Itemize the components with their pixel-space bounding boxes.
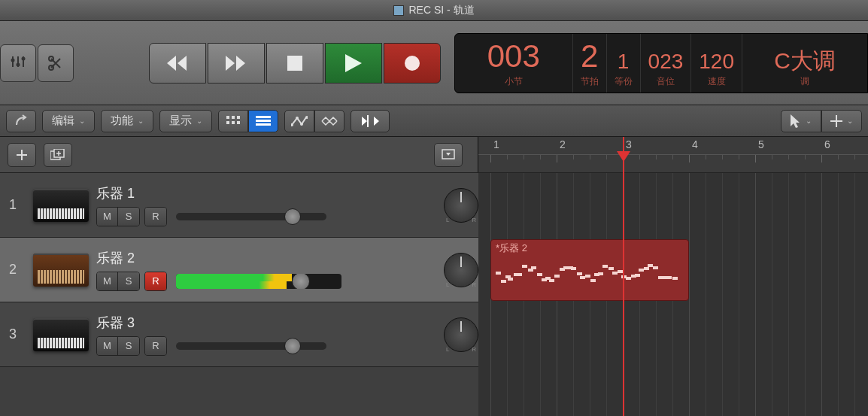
tracks-header-left — [0, 137, 478, 172]
edit-menu[interactable]: 编辑⌄ — [42, 110, 95, 132]
ruler-bar-number: 4 — [692, 138, 698, 150]
record-enable-button[interactable]: R — [145, 337, 166, 355]
svg-point-18 — [300, 123, 303, 126]
automation-button[interactable] — [284, 110, 314, 132]
catch-playhead-button[interactable] — [351, 110, 390, 132]
svg-rect-12 — [237, 121, 240, 124]
lcd-tempo[interactable]: 120 速度 — [691, 34, 742, 93]
lcd-tick-value: 023 — [648, 51, 684, 72]
instrument-icon[interactable] — [30, 183, 92, 228]
flex-button[interactable] — [314, 110, 344, 132]
transport-bar: 003 小节 2 节拍 1 等份 023 音位 120 速度 C大调 调 — [0, 21, 868, 105]
level-meter — [176, 274, 341, 289]
scissors-button[interactable] — [38, 44, 74, 82]
pan-knob[interactable]: LR — [444, 188, 478, 223]
crosshair-icon — [830, 115, 842, 127]
svg-rect-15 — [256, 123, 271, 126]
svg-rect-11 — [232, 121, 235, 124]
lcd-beat[interactable]: 2 节拍 — [573, 34, 607, 93]
pan-knob[interactable]: LR — [444, 253, 478, 287]
lcd-display: 003 小节 2 节拍 1 等份 023 音位 120 速度 C大调 调 — [454, 33, 868, 93]
lcd-bar[interactable]: 003 小节 — [455, 34, 573, 93]
svg-rect-8 — [232, 116, 235, 119]
msr-buttons: M S — [96, 272, 140, 291]
window-title: REC SI - 轨道 — [408, 4, 474, 17]
pointer-icon — [791, 114, 801, 128]
record-icon — [403, 54, 421, 72]
mute-button[interactable]: M — [97, 337, 118, 355]
secondary-tool-button[interactable]: ⌄ — [821, 110, 862, 132]
solo-button[interactable]: S — [118, 272, 139, 290]
lcd-tempo-value: 120 — [699, 51, 734, 72]
track-name-label[interactable]: 乐器 2 — [96, 249, 426, 267]
duplicate-icon — [50, 149, 65, 161]
chevron-down-icon: ⌄ — [847, 117, 853, 125]
record-enable-button[interactable]: R — [145, 208, 166, 226]
list-view-button[interactable] — [248, 110, 278, 132]
view-menu[interactable]: 显示⌄ — [159, 110, 212, 132]
tracks-area: 1 乐器 1 M S R LR 2 乐器 2 M S — [0, 173, 868, 416]
timeline-ruler[interactable]: 123456 — [478, 137, 868, 172]
dropdown-panel-icon — [442, 149, 455, 161]
svg-rect-9 — [237, 116, 240, 119]
lcd-tick-label: 音位 — [657, 75, 675, 88]
volume-thumb[interactable] — [284, 338, 301, 354]
tool-group-left — [0, 44, 74, 82]
volume-slider[interactable] — [176, 213, 326, 220]
playhead[interactable] — [623, 137, 624, 416]
pan-knob[interactable]: LR — [444, 317, 478, 352]
mixer-icon-button[interactable] — [0, 44, 36, 82]
chevron-down-icon: ⌄ — [806, 117, 812, 125]
stop-button[interactable] — [266, 43, 323, 84]
pointer-tool-button[interactable]: ⌄ — [781, 110, 821, 132]
volume-slider[interactable] — [176, 342, 326, 350]
volume-thumb[interactable] — [292, 274, 310, 289]
play-button[interactable] — [325, 43, 382, 84]
duplicate-track-button[interactable] — [44, 143, 72, 167]
tracks-header: 123456 — [0, 137, 868, 173]
instrument-icon[interactable] — [30, 312, 92, 357]
lcd-beat-value: 2 — [581, 41, 598, 72]
record-enable-button[interactable]: R — [145, 272, 166, 290]
view-menu-label: 显示 — [169, 114, 192, 128]
instrument-icon[interactable] — [30, 247, 92, 293]
forward-button[interactable] — [208, 43, 265, 84]
region-name: *乐器 2 — [491, 240, 688, 257]
editor-toolbar: 编辑⌄ 功能⌄ 显示⌄ ⌄ ⌄ — [0, 105, 868, 137]
midi-region[interactable]: *乐器 2 — [490, 239, 689, 301]
track-row[interactable]: 2 乐器 2 M S R LR — [0, 238, 478, 302]
lcd-div[interactable]: 1 等份 — [607, 34, 641, 93]
msr-buttons: M S — [96, 207, 140, 226]
arrange-area[interactable]: *乐器 2 — [478, 173, 868, 416]
forward-icon — [226, 56, 247, 71]
track-row[interactable]: 3 乐器 3 M S R LR — [0, 302, 478, 367]
track-name-label[interactable]: 乐器 1 — [96, 184, 426, 202]
lcd-tick[interactable]: 023 音位 — [641, 34, 692, 93]
track-header-config-button[interactable] — [434, 143, 463, 167]
lcd-bar-value: 003 — [487, 41, 540, 72]
ruler-bar-number: 3 — [626, 138, 632, 150]
track-name-label[interactable]: 乐器 3 — [96, 314, 426, 332]
edit-menu-label: 编辑 — [52, 114, 74, 128]
rewind-button[interactable] — [149, 43, 206, 84]
mute-button[interactable]: M — [97, 272, 118, 290]
solo-button[interactable]: S — [118, 337, 139, 355]
lcd-key[interactable]: C大调 调 — [742, 34, 867, 93]
record-button[interactable] — [384, 43, 441, 84]
track-row[interactable]: 1 乐器 1 M S R LR — [0, 173, 478, 238]
lcd-tempo-label: 速度 — [708, 75, 726, 88]
solo-button[interactable]: S — [118, 208, 139, 226]
automation-segment — [284, 110, 344, 132]
catch-icon — [361, 115, 379, 127]
track-number: 3 — [0, 326, 26, 342]
functions-menu[interactable]: 功能⌄ — [101, 110, 153, 132]
mute-button[interactable]: M — [97, 208, 118, 226]
plus-icon — [15, 148, 29, 162]
lcd-bar-label: 小节 — [505, 75, 523, 88]
grid-view-button[interactable] — [218, 110, 248, 132]
volume-thumb[interactable] — [284, 208, 301, 225]
project-icon — [393, 5, 404, 16]
add-track-button[interactable] — [8, 143, 36, 167]
flex-icon — [321, 116, 338, 126]
back-nav-button[interactable] — [6, 110, 36, 132]
